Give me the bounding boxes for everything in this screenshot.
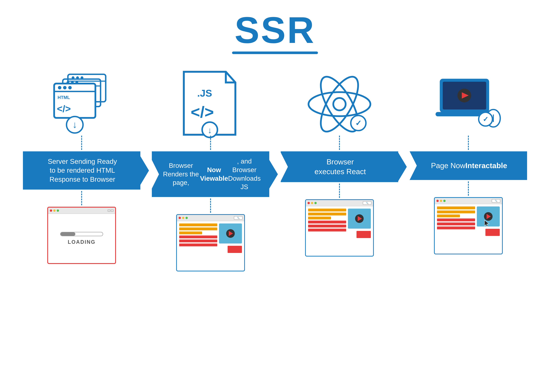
red-bar-3: [179, 244, 217, 246]
red-bar-4-3: [437, 226, 475, 229]
page-title: SSR: [232, 11, 318, 49]
play-btn-3: [355, 214, 364, 223]
dot-yellow-4: [440, 200, 442, 202]
svg-text:✓: ✓: [483, 115, 488, 123]
svg-point-27: [333, 98, 346, 110]
red-bar-3-3: [308, 229, 346, 231]
loading-label: LOADING: [68, 239, 95, 245]
play-btn-2: [226, 229, 235, 238]
screen-4: 🔍: [434, 197, 503, 254]
svg-point-13: [63, 86, 66, 89]
dot-green-4: [443, 200, 446, 202]
js-icon: .JS </> ↓: [176, 74, 245, 134]
dot-yellow-2: [182, 217, 184, 219]
loading-bar-fill: [61, 232, 75, 236]
play-btn-4: [484, 212, 492, 221]
red-bar-3-2: [308, 225, 346, 227]
play-triangle-3: [358, 216, 362, 221]
search-box-2: 🔍: [234, 216, 242, 220]
svg-point-24: [309, 92, 370, 116]
svg-text:↓: ↓: [72, 119, 77, 130]
svg-text:HTML: HTML: [58, 95, 70, 100]
dot-green: [57, 210, 59, 212]
v-connector-3b: [339, 183, 340, 198]
loading-bar: [60, 232, 103, 236]
video-2: [219, 224, 242, 244]
bar-3-1: [308, 209, 346, 211]
screen-topbar: [48, 208, 115, 214]
v-connector-2b: [210, 198, 211, 213]
step-4-arrow-box: Page NowInteractable: [410, 151, 527, 180]
bar-2: [179, 227, 217, 230]
step-4-col: ✓ Page NowInteractable 🔍: [404, 74, 533, 254]
search-box-3: 🔍: [363, 201, 371, 205]
step-3-col: ✓ Browserexecutes React 🔍: [275, 74, 404, 257]
dot-red-3: [308, 202, 310, 204]
v-connector-1b: [81, 191, 82, 205]
step-3-arrow-box: Browserexecutes React: [281, 151, 398, 182]
bar-4-3: [437, 214, 460, 217]
loading-screen: LOADING: [47, 207, 116, 264]
video-3: [348, 209, 371, 229]
dot-green-3: [314, 202, 317, 204]
laptop-icon: ✓: [434, 74, 503, 134]
red-bar-4-1: [437, 218, 475, 221]
bar-3-2: [308, 213, 346, 216]
title-underline: [232, 51, 318, 54]
play-triangle-4: [486, 214, 491, 219]
red-bar: [179, 236, 217, 238]
orange-sq-2: [228, 246, 242, 253]
screen-topbar-3: 🔍: [306, 200, 373, 206]
bar-3-3: [308, 217, 331, 219]
bar-1: [179, 224, 217, 226]
cursor-icon: [484, 220, 490, 227]
v-connector-2: [210, 136, 211, 150]
svg-point-14: [68, 86, 72, 89]
screen-topbar-4: 🔍: [435, 198, 502, 204]
svg-text:</>: </>: [57, 103, 71, 114]
html-icon: HTML </> ↓: [47, 74, 116, 134]
v-connector-4: [468, 136, 469, 150]
screen-left-4: [437, 206, 475, 236]
react-icon: ✓: [305, 74, 374, 134]
play-triangle-2: [229, 231, 233, 236]
screen-2: 🔍: [176, 214, 245, 271]
search-box-4: 🔍: [492, 199, 500, 203]
red-bar-2: [179, 239, 217, 242]
bar-4-1: [437, 206, 475, 209]
screen-3: 🔍: [305, 199, 374, 257]
dot-yellow: [53, 210, 56, 212]
screen-left-3: [308, 209, 346, 238]
screen-left-2: [179, 224, 217, 253]
orange-sq-4: [485, 229, 500, 236]
svg-text:</>: </>: [191, 103, 214, 121]
flow-container: HTML </> ↓ Server Sending Readyto be ren…: [17, 74, 533, 271]
v-connector-4b: [468, 182, 469, 196]
red-bar-4-2: [437, 223, 475, 225]
screen-body-3: [306, 206, 373, 240]
loading-content: LOADING: [48, 214, 115, 263]
v-connector-1: [81, 136, 82, 150]
step-1-col: HTML </> ↓ Server Sending Readyto be ren…: [17, 74, 146, 264]
dot-red-2: [179, 217, 181, 219]
dot-green-2: [186, 217, 188, 219]
svg-text:✓: ✓: [355, 119, 362, 127]
orange-sq-3: [356, 231, 371, 238]
title-section: SSR: [232, 11, 318, 54]
svg-text:.JS: .JS: [197, 88, 212, 99]
svg-point-12: [58, 86, 61, 89]
step-2-col: .JS </> ↓ Browser Renders the page,Now V…: [146, 74, 275, 271]
red-bar-3-1: [308, 221, 346, 224]
dot-red: [50, 210, 52, 212]
screen-body-2: [177, 221, 244, 255]
svg-text:↓: ↓: [208, 126, 212, 135]
svg-marker-40: [485, 220, 489, 226]
v-connector-3: [339, 136, 340, 150]
step-1-arrow-box: Server Sending Readyto be rendered HTMLR…: [23, 151, 140, 189]
dot-red-4: [436, 200, 439, 202]
bar-4-2: [437, 210, 475, 213]
screen-topbar-2: 🔍: [177, 215, 244, 221]
step-2-arrow-box: Browser Renders the page,Now Viewable, a…: [152, 151, 269, 197]
screen-body-4: [435, 204, 502, 238]
bar-3: [179, 231, 202, 234]
